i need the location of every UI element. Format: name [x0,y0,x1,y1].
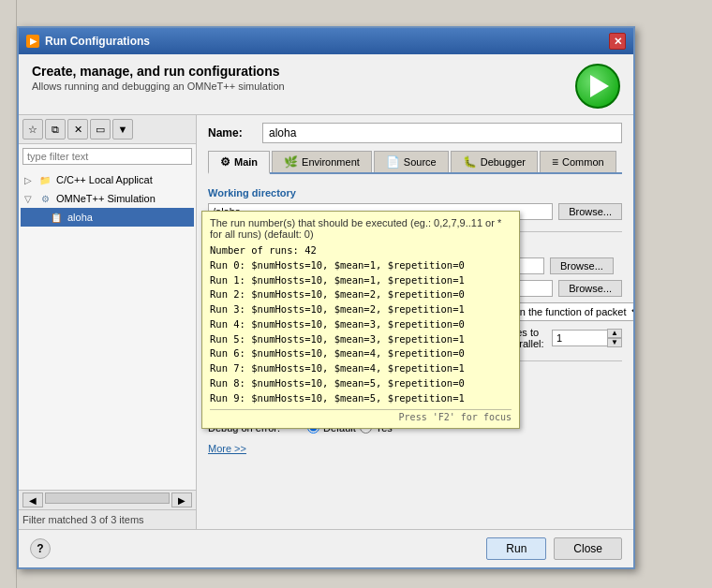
source-tab-icon: 📄 [386,155,400,169]
tab-debugger-label: Debugger [481,156,526,168]
tooltip-line-0: Number of runs: 42 [210,243,512,258]
tooltip-line-3: Run 2: $numHosts=10, $mean=2, $repetitio… [210,287,512,302]
left-nav: ◀ ▶ [19,490,196,509]
tooltip-line-7: Run 6: $numHosts=10, $mean=4, $repetitio… [210,346,512,361]
tab-main-label: Main [234,156,258,168]
run-triangle [590,75,609,97]
run-button[interactable]: Run [486,537,546,560]
spinner-buttons: ▲ ▼ [607,329,622,347]
run-icon[interactable] [575,64,620,109]
dialog-header: Create, manage, and run configurations A… [19,54,633,115]
tooltip-line-10: Run 9: $numHosts=10, $mean=5, $repetitio… [210,391,512,406]
tabs-row: ⚙ Main 🌿 Environment 📄 Source 🐛 Debugger… [208,151,622,174]
tooltip-line-2: Run 1: $numHosts=10, $mean=1, $repetitio… [210,273,512,288]
tab-main[interactable]: ⚙ Main [208,151,270,174]
tree-item-label-omnetpp: OMNeT++ Simulation [56,193,156,204]
tooltip-line-6: Run 5: $numHosts=10, $mean=3, $repetitio… [210,332,512,347]
dialog-titlebar: ▶ Run Configurations ✕ [19,28,633,54]
delete-config-button[interactable]: ✕ [67,119,88,140]
tooltip-popup: The run number(s) that should be execute… [201,211,520,429]
tab-source[interactable]: 📄 Source [374,151,449,172]
tooltip-footer: Press 'F2' for focus [210,409,512,422]
processes-spinner: ▲ ▼ [552,329,622,347]
processes-input[interactable] [552,330,608,346]
tab-common[interactable]: ≡ Common [540,151,616,172]
tree-item-omnetpp[interactable]: ▽ ⚙ OMNeT++ Simulation [21,189,194,208]
tab-source-label: Source [404,156,437,168]
expand-icon: ▷ [24,175,37,185]
common-tab-icon: ≡ [552,155,558,169]
dialog-subtitle-p: Allows running and debugging an OMNeT++ … [32,81,285,92]
left-toolbar: ☆ ⧉ ✕ ▭ ▼ [19,115,196,144]
tab-debugger[interactable]: 🐛 Debugger [451,151,538,172]
nav-prev-button[interactable]: ◀ [22,492,43,507]
nav-next-button[interactable]: ▶ [171,492,192,507]
horizontal-scrollbar[interactable] [45,492,170,504]
tooltip-header: The run number(s) that should be execute… [210,217,512,240]
filter-input[interactable]: type filter text [22,148,192,165]
name-row: Name: [208,123,622,143]
env-tab-icon: 🌿 [284,155,298,169]
more-link[interactable]: More >> [208,443,622,454]
dialog-close-button[interactable]: ✕ [609,33,626,50]
more-config-button[interactable]: ▼ [112,119,133,140]
run-configurations-dialog: ▶ Run Configurations ✕ Create, manage, a… [17,26,635,569]
expand-icon-omnetpp: ▽ [24,194,37,204]
dialog-title-text: Run Configurations [45,35,150,48]
duplicate-config-button[interactable]: ⧉ [45,119,66,140]
tree-item-label-cpp: C/C++ Local Applicat [56,174,153,185]
config-icon: 📋 [49,210,64,225]
name-label: Name: [208,126,255,140]
footer-left: ? [30,537,479,560]
help-button[interactable]: ? [30,538,51,559]
tab-env-label: Environment [302,156,360,168]
tree-item-cpp-local[interactable]: ▷ 📁 C/C++ Local Applicat [21,170,194,189]
spinner-down-button[interactable]: ▼ [607,338,622,347]
dialog-title-left: ▶ Run Configurations [26,35,150,48]
dialog-subtitle-h2: Create, manage, and run configurations [32,64,285,79]
tooltip-line-8: Run 7: $numHosts=10, $mean=4, $repetitio… [210,361,512,376]
run-config-title-icon: ▶ [26,35,39,48]
left-panel: ☆ ⧉ ✕ ▭ ▼ type filter text ▷ 📁 C/C++ Loc… [19,115,197,529]
ide-right-panel [628,0,712,588]
working-directory-label: Working directory [208,187,622,198]
filter-status-text: Filter matched 3 of 3 items [22,514,144,525]
new-config-button[interactable]: ☆ [22,119,43,140]
filter-config-button[interactable]: ▭ [90,119,111,140]
tooltip-code: Number of runs: 42 Run 0: $numHosts=10, … [210,243,512,405]
tab-common-label: Common [562,156,604,168]
tooltip-line-9: Run 8: $numHosts=10, $mean=5, $repetitio… [210,376,512,391]
dialog-footer: ? Run Close [19,529,633,567]
dialog-header-text: Create, manage, and run configurations A… [32,64,285,92]
name-input[interactable] [262,123,622,143]
tree-area: ▷ 📁 C/C++ Local Applicat ▽ ⚙ OMNeT++ Sim… [19,169,196,490]
left-status: Filter matched 3 of 3 items [19,509,196,529]
main-tab-icon: ⚙ [220,155,230,169]
tree-item-aloha[interactable]: 📋 aloha [21,208,194,227]
tooltip-line-1: Run 0: $numHosts=10, $mean=1, $repetitio… [210,258,512,273]
help-icon: ? [37,542,43,555]
ide-sidebar [0,0,17,588]
debugger-tab-icon: 🐛 [463,155,477,169]
close-button[interactable]: Close [554,537,622,560]
tooltip-line-4: Run 3: $numHosts=10, $mean=2, $repetitio… [210,302,512,317]
tab-environment[interactable]: 🌿 Environment [272,151,372,172]
spinner-up-button[interactable]: ▲ [607,329,622,338]
tree-item-label-aloha: aloha [67,212,93,223]
executable-browse-button[interactable]: Browse... [550,257,614,274]
ini-files-browse-button[interactable]: Browse... [558,280,622,297]
folder-icon: 📁 [37,172,52,187]
working-directory-browse-button[interactable]: Browse... [558,203,622,220]
gear-icon: ⚙ [37,191,52,206]
tooltip-line-5: Run 4: $numHosts=10, $mean=3, $repetitio… [210,317,512,332]
